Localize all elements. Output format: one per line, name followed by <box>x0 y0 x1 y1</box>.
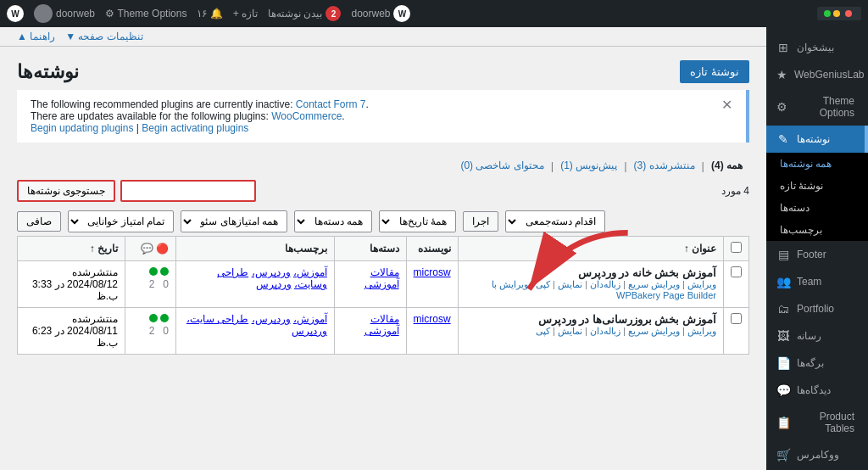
row2-edit-link[interactable]: ویرایش <box>687 326 716 336</box>
tab-personal[interactable]: محتوای شاخصی (0) <box>453 156 550 175</box>
row2-trash-link[interactable]: زباله‌دان <box>590 326 620 336</box>
row1-view-link[interactable]: نمایش <box>558 279 582 289</box>
row2-check[interactable] <box>731 313 742 324</box>
filter-button[interactable]: صافی <box>17 211 61 232</box>
search-button[interactable]: جستوجوی نوشته‌ها <box>17 180 115 202</box>
row1-tag4[interactable]: وردپرس <box>256 278 292 290</box>
th-nums: 🔴 💬 <box>125 237 176 261</box>
row1-author-link[interactable]: microsw <box>414 266 451 278</box>
th-title: عنوان ↑ <box>458 237 723 261</box>
sidebar-item-portfolio[interactable]: Portfolio 🗂 <box>766 295 868 322</box>
new-post-button[interactable]: نوشتهٔ تازه <box>680 60 749 83</box>
row2-categories: مقالات آموزشی <box>334 308 406 355</box>
sidebar: بیشخوان ⊞ WebGeniusLab ★ Theme Options ⚙… <box>766 27 868 470</box>
row1-edit-link[interactable]: ویرایش <box>687 279 716 289</box>
row2-category-link[interactable]: مقالات آموزشی <box>364 313 399 337</box>
row1-trash-link[interactable]: زباله‌دان <box>590 279 620 289</box>
sidebar-item-label: بیشخوان <box>797 42 834 53</box>
th-author: نویسنده <box>406 237 458 261</box>
submenu-categories[interactable]: دسته‌ها <box>766 197 868 219</box>
submenu-new-post[interactable]: نوشتهٔ تازه <box>766 175 868 197</box>
all-readability-select[interactable]: تمام امتیاز خوانایی <box>68 210 174 232</box>
sidebar-item-product-tables[interactable]: Product Tables 📋 <box>766 404 868 441</box>
sidebar-item-dashboard[interactable]: بیشخوان ⊞ <box>766 34 868 61</box>
content-area: 4 مورد جستوجوی نوشته‌ها اقدام دسته‌جمعی … <box>0 175 766 355</box>
comments-icon: 💬 <box>776 383 790 397</box>
product-tables-icon: 📋 <box>776 416 790 429</box>
contact-form-link[interactable]: Contact Form 7 <box>296 98 366 110</box>
row1-checkbox <box>724 261 749 308</box>
row2-quick-edit-link[interactable]: ویرایش سریع <box>628 326 680 336</box>
submenu-all-posts[interactable]: همه نوشته‌ها <box>766 153 868 175</box>
sidebar-item-pages[interactable]: برگه‌ها 📄 <box>766 350 868 377</box>
sidebar-item-posts[interactable]: نوشته‌ها ✎ <box>766 126 868 153</box>
page-settings-menu[interactable]: تنظیمات صفحه ▼ <box>65 31 143 42</box>
media-icon: 🖼 <box>776 329 790 343</box>
tab-draft[interactable]: پیش‌نویس (1) <box>554 156 624 175</box>
sidebar-item-team[interactable]: Team 👥 <box>766 268 868 295</box>
row2-tags: آموزش، وردپرس، طراحی سایت، وردپرس <box>176 308 335 355</box>
admin-bar-theme-options[interactable]: Theme Options ⚙ <box>105 8 186 20</box>
posts-icon: ✎ <box>776 132 790 146</box>
help-menu[interactable]: راهنما ▲ <box>17 31 55 42</box>
admin-bar-user[interactable]: doorweb <box>34 4 95 23</box>
all-dates-select[interactable]: همهٔ تاریخ‌ها <box>379 210 456 232</box>
table-row: آموزش بخش خانه در وردپرس ویرایش | ویرایش… <box>18 261 749 308</box>
row1-links: ویرایش | ویرایش سریع | زباله‌دان | نمایش… <box>465 279 716 300</box>
sidebar-item-theme-options[interactable]: Theme Options ⚙ <box>766 88 868 126</box>
th-checkbox <box>724 237 749 261</box>
row1-status: منتشرشده <box>25 266 118 278</box>
begin-updating-link[interactable]: Begin updating plugins <box>31 122 133 134</box>
all-meta-select[interactable]: همه امتیازهای سئو <box>181 210 287 232</box>
admin-bar-updates[interactable]: 🔔 ۱۶ <box>197 8 222 20</box>
row1-title-cell: آموزش بخش خانه در وردپرس ویرایش | ویرایش… <box>458 261 723 308</box>
notice-close-button[interactable]: ✕ <box>721 98 732 112</box>
sidebar-item-label: Theme Options <box>795 95 854 119</box>
sidebar-item-media[interactable]: رسانه 🖼 <box>766 322 868 350</box>
row2-copy-link[interactable]: کپی <box>536 326 550 336</box>
sidebar-item-comments[interactable]: دیدگاه‌ها 💬 <box>766 377 868 404</box>
admin-bar-new[interactable]: تازه + <box>233 8 258 20</box>
row1-copy-link[interactable]: کپی <box>536 279 550 289</box>
row1-tag1[interactable]: آموزش، <box>293 266 327 278</box>
row2-datetime: 2024/08/11 در 6:23 ب.ظ <box>25 325 118 349</box>
row2-tag2[interactable]: وردپرس، <box>252 313 291 325</box>
row2-view-link[interactable]: نمایش <box>558 326 582 336</box>
tab-all[interactable]: همه (4) <box>704 156 749 175</box>
tab-published[interactable]: منتشرشده (3) <box>627 156 702 175</box>
woocommerce-link[interactable]: WooCommerce <box>271 110 342 122</box>
submenu-tags[interactable]: برچسب‌ها <box>766 219 868 241</box>
row1-tag2[interactable]: وردپرس، <box>252 266 291 278</box>
sidebar-item-footer[interactable]: Footer ▤ <box>766 241 868 268</box>
sidebar-item-label: نوشته‌ها <box>797 133 830 145</box>
sidebar-item-webgeniuslab[interactable]: WebGeniusLab ★ <box>766 61 868 88</box>
sidebar-item-label: ووکامرس <box>797 449 839 461</box>
row2-tag4[interactable]: وردپرس <box>292 325 327 337</box>
row1-tags: آموزش، وردپرس، طراحی وسایت، وردپرس <box>176 261 335 308</box>
row2-seo-dot <box>160 314 169 322</box>
theme-options-icon: ⚙ <box>776 100 788 114</box>
select-all-checkbox[interactable] <box>731 242 742 253</box>
page-header: نوشتهٔ تازه نوشته‌ها <box>0 47 766 90</box>
row2-tag3[interactable]: طراحی سایت، <box>186 313 248 325</box>
sidebar-item-woocommerce[interactable]: ووکامرس 🛒 <box>766 441 868 468</box>
row1-check[interactable] <box>731 266 742 277</box>
admin-bar-notifications[interactable]: 2 بیدن نوشته‌ها <box>268 6 341 21</box>
admin-bar-left <box>817 7 861 20</box>
begin-activating-link[interactable]: Begin activating plugins <box>142 122 248 134</box>
search-input[interactable] <box>120 180 256 202</box>
admin-bar-site[interactable]: W doorweb <box>351 5 410 22</box>
row1-quick-edit-link[interactable]: ویرایش سریع <box>628 279 680 289</box>
apply-button[interactable]: اجرا <box>463 211 498 232</box>
table-row: آموزش بخش بروزرسانی‌ها در وردپرس ویرایش … <box>18 308 749 355</box>
sidebar-item-label: WebGeniusLab <box>794 69 865 81</box>
row1-category-link[interactable]: مقالات آموزشی <box>364 266 399 290</box>
all-categories-select[interactable]: همه دسته‌ها <box>294 210 372 232</box>
sidebar-item-label: دیدگاه‌ها <box>797 384 831 396</box>
sidebar-item-label: رسانه <box>797 330 821 342</box>
bulk-action-select[interactable]: اقدام دسته‌جمعی <box>505 210 605 232</box>
row2-author-link[interactable]: microsw <box>414 313 451 325</box>
th-categories: دسته‌ها <box>334 237 406 261</box>
row2-tag1[interactable]: آموزش، <box>293 313 327 325</box>
admin-bar-wp[interactable]: W <box>7 5 24 22</box>
